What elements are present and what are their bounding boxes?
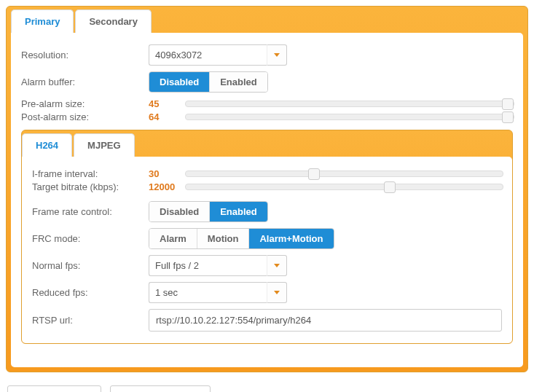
codec-tab-bar: H264 MJPEG (22, 130, 512, 157)
alarm-buffer-disabled[interactable]: Disabled (149, 72, 210, 92)
stream-tab-bar: Primary Secondary (11, 7, 523, 33)
pre-alarm-value: 45 (149, 98, 184, 109)
frc-mode-toggle: Alarm Motion Alarm+Motion (149, 228, 334, 249)
normal-fps-value: Full fps / 2 (149, 255, 267, 276)
resolution-value: 4096x3072 (149, 44, 267, 66)
tab-primary[interactable]: Primary (11, 9, 74, 33)
iframe-slider[interactable] (185, 170, 503, 177)
chevron-down-icon (274, 53, 280, 57)
iframe-label: I-frame interval: (32, 168, 149, 179)
action-bar: Apply changes Restore defaults (6, 385, 528, 392)
tab-mjpeg[interactable]: MJPEG (74, 133, 135, 157)
h264-panel: I-frame interval: 30 Target bitrate (kbp… (22, 157, 512, 343)
post-alarm-value: 64 (149, 111, 184, 122)
chevron-down-icon (274, 264, 280, 267)
tab-secondary[interactable]: Secondary (75, 9, 151, 33)
reduced-fps-value: 1 sec (149, 282, 267, 303)
bitrate-label: Target bitrate (kbps): (32, 181, 149, 192)
pre-alarm-slider[interactable] (185, 101, 514, 107)
frc-mode-alarm-motion[interactable]: Alarm+Motion (249, 229, 333, 248)
frc-mode-label: FRC mode: (32, 233, 149, 244)
restore-defaults-button[interactable]: Restore defaults (110, 385, 211, 392)
stream-tabs: Primary Secondary Resolution: 4096x3072 … (6, 6, 528, 372)
frc-enabled[interactable]: Enabled (210, 202, 267, 222)
resolution-select[interactable]: 4096x3072 (149, 44, 287, 66)
bitrate-slider[interactable] (185, 184, 503, 190)
codec-tabs: H264 MJPEG I-frame interval: 30 Target b… (21, 130, 513, 344)
frc-toggle: Disabled Enabled (149, 201, 268, 222)
alarm-buffer-enabled[interactable]: Enabled (210, 72, 267, 92)
post-alarm-slider[interactable] (185, 114, 514, 120)
apply-changes-button[interactable]: Apply changes (7, 385, 101, 392)
alarm-buffer-label: Alarm buffer: (21, 77, 149, 87)
post-alarm-label: Post-alarm size: (21, 111, 149, 122)
frc-mode-motion[interactable]: Motion (197, 229, 250, 248)
frc-label: Frame rate control: (32, 206, 149, 217)
tab-h264[interactable]: H264 (22, 133, 72, 157)
pre-alarm-label: Pre-alarm size: (21, 98, 149, 109)
resolution-dropdown-button[interactable] (267, 44, 287, 66)
bitrate-value: 12000 (149, 181, 184, 192)
frc-mode-alarm[interactable]: Alarm (149, 229, 197, 248)
normal-fps-label: Normal fps: (32, 260, 149, 271)
rtsp-label: RTSP url: (32, 315, 149, 326)
reduced-fps-select[interactable]: 1 sec (149, 282, 287, 303)
normal-fps-select[interactable]: Full fps / 2 (149, 255, 287, 276)
resolution-label: Resolution: (21, 50, 149, 60)
primary-panel: Resolution: 4096x3072 Alarm buffer: Disa… (11, 33, 523, 367)
reduced-fps-label: Reduced fps: (32, 287, 149, 298)
rtsp-url-input[interactable] (149, 309, 502, 332)
alarm-buffer-toggle: Disabled Enabled (149, 71, 268, 93)
frc-disabled[interactable]: Disabled (149, 202, 210, 222)
chevron-down-icon (274, 291, 280, 294)
reduced-fps-dropdown-button[interactable] (267, 282, 287, 303)
iframe-value: 30 (149, 168, 184, 179)
normal-fps-dropdown-button[interactable] (267, 255, 287, 276)
